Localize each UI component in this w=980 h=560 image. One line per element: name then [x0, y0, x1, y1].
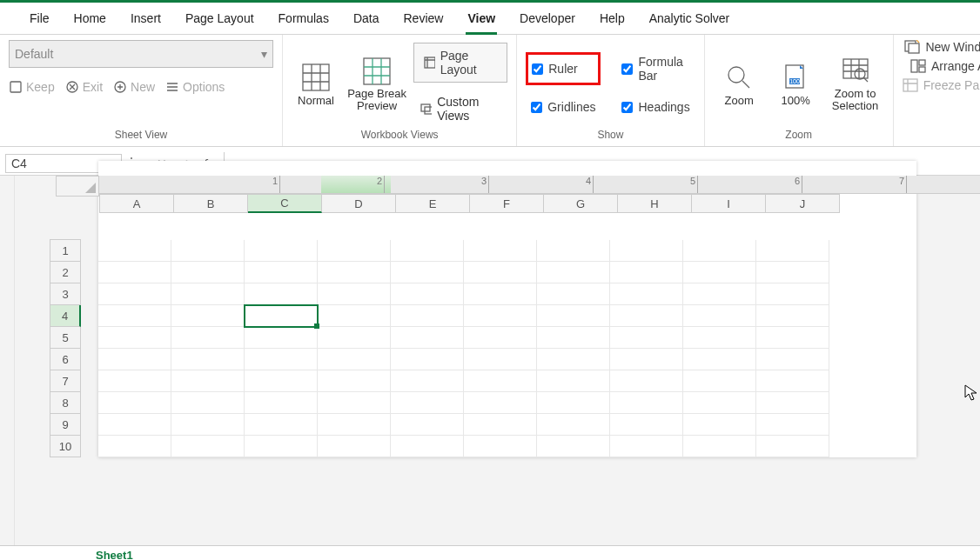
cell[interactable] [318, 349, 391, 370]
gridlines-checkbox[interactable]: Gridlines [526, 97, 601, 117]
row-header[interactable]: 6 [50, 349, 81, 370]
ruler-checkbox-input[interactable] [532, 63, 543, 75]
cell[interactable] [318, 436, 391, 457]
cell[interactable] [610, 305, 683, 327]
col-header[interactable]: G [544, 194, 618, 213]
cell[interactable] [756, 240, 829, 262]
cell[interactable] [683, 283, 756, 305]
cell[interactable] [98, 327, 171, 349]
cell[interactable] [464, 305, 537, 327]
cell[interactable] [391, 414, 464, 436]
cell[interactable] [171, 414, 245, 436]
cell[interactable] [537, 240, 610, 262]
cell[interactable] [391, 349, 464, 370]
cell[interactable] [610, 436, 683, 457]
cell[interactable] [683, 305, 756, 327]
cell[interactable] [683, 414, 756, 436]
cell[interactable] [683, 436, 756, 457]
cell[interactable] [610, 283, 683, 305]
cell[interactable] [610, 349, 683, 370]
cell[interactable] [171, 349, 245, 370]
sheet-view-selector[interactable]: Default ▾ [9, 40, 273, 68]
cell[interactable] [756, 370, 829, 392]
cell[interactable] [756, 349, 829, 370]
cell[interactable] [245, 414, 318, 436]
cell[interactable] [245, 262, 318, 283]
tab-file[interactable]: File [17, 3, 62, 34]
cell[interactable] [98, 392, 171, 414]
cell[interactable] [318, 262, 391, 283]
custom-views-button[interactable]: Custom Views [413, 91, 507, 126]
row-header[interactable]: 7 [50, 370, 81, 392]
cell[interactable] [318, 283, 391, 305]
cell[interactable] [318, 392, 391, 414]
cell[interactable] [98, 370, 171, 392]
cell[interactable] [171, 370, 245, 392]
cell[interactable] [756, 414, 829, 436]
cell[interactable] [98, 262, 171, 283]
cell[interactable] [98, 414, 171, 436]
cell[interactable] [318, 305, 391, 327]
cell[interactable] [756, 283, 829, 305]
cell[interactable] [245, 436, 318, 457]
cell[interactable] [683, 370, 756, 392]
cell[interactable] [683, 240, 756, 262]
row-header[interactable]: 8 [50, 392, 81, 414]
cell[interactable] [464, 327, 537, 349]
gridlines-checkbox-input[interactable] [531, 102, 542, 113]
cell[interactable] [245, 305, 318, 327]
zoom-button[interactable]: Zoom [714, 63, 765, 107]
cell[interactable] [245, 327, 318, 349]
cell[interactable] [610, 240, 683, 262]
select-all-corner[interactable] [56, 176, 99, 197]
row-header[interactable]: 4 [50, 305, 81, 327]
cell[interactable] [245, 349, 318, 370]
tab-help[interactable]: Help [587, 3, 637, 34]
cell[interactable] [318, 370, 391, 392]
cell[interactable] [98, 283, 171, 305]
cell[interactable] [464, 370, 537, 392]
tab-insert[interactable]: Insert [118, 3, 173, 34]
cell[interactable] [391, 392, 464, 414]
cell[interactable] [391, 370, 464, 392]
zoom-to-selection-button[interactable]: Zoom to Selection [827, 57, 884, 113]
row-header[interactable]: 3 [50, 283, 81, 305]
cell[interactable] [683, 262, 756, 283]
cell[interactable] [391, 240, 464, 262]
cell[interactable] [683, 392, 756, 414]
tab-review[interactable]: Review [392, 3, 456, 34]
cell[interactable] [464, 240, 537, 262]
tab-formulas[interactable]: Formulas [266, 3, 341, 34]
cell[interactable] [245, 240, 318, 262]
cell[interactable] [756, 305, 829, 327]
headings-checkbox[interactable]: Headings [616, 97, 695, 117]
tab-view[interactable]: View [455, 3, 507, 34]
cell[interactable] [98, 349, 171, 370]
cell[interactable] [171, 327, 245, 349]
cell[interactable] [610, 370, 683, 392]
cell[interactable] [610, 327, 683, 349]
cell[interactable] [610, 414, 683, 436]
cell[interactable] [464, 414, 537, 436]
cell[interactable] [756, 262, 829, 283]
cell[interactable] [537, 349, 610, 370]
normal-view-button[interactable]: Normal [292, 63, 340, 107]
cell[interactable] [683, 327, 756, 349]
col-header[interactable]: I [692, 194, 766, 213]
row-header[interactable]: 2 [50, 262, 81, 283]
formula-bar-checkbox-input[interactable] [621, 63, 633, 75]
cell[interactable] [537, 392, 610, 414]
page-break-preview-button[interactable]: Page Break Preview [347, 57, 406, 113]
cell[interactable] [464, 283, 537, 305]
cell[interactable] [318, 240, 391, 262]
cell[interactable] [537, 370, 610, 392]
cell[interactable] [464, 262, 537, 283]
formula-bar-checkbox[interactable]: Formula Bar [616, 52, 695, 85]
sheet-tab[interactable]: Sheet1 [96, 549, 133, 561]
cell[interactable] [756, 392, 829, 414]
cell[interactable] [610, 392, 683, 414]
cell[interactable] [318, 414, 391, 436]
col-header[interactable]: B [174, 194, 248, 213]
row-header[interactable]: 5 [50, 327, 81, 349]
cell[interactable] [171, 436, 245, 457]
